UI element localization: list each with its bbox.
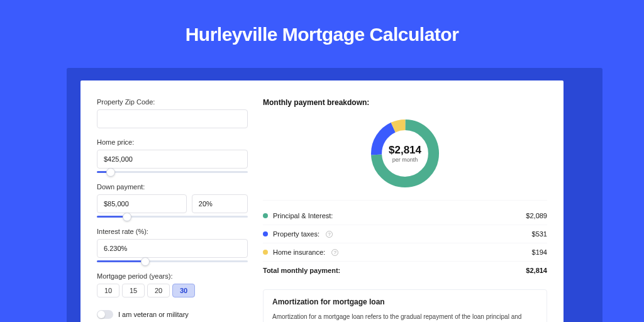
period-option-20[interactable]: 20	[147, 284, 170, 297]
veteran-toggle[interactable]	[97, 310, 113, 319]
zip-label: Property Zip Code:	[97, 98, 248, 106]
total-label: Total monthly payment:	[263, 267, 340, 274]
interest-slider[interactable]	[97, 260, 248, 262]
home-price-group: Home price:	[97, 138, 248, 173]
legend-item-principal: Principal & Interest: $2,089	[263, 207, 547, 225]
slider-thumb[interactable]	[106, 168, 115, 177]
interest-label: Interest rate (%):	[97, 228, 248, 235]
donut-per-label: per month	[392, 157, 418, 163]
period-group: Mortgage period (years): 10 15 20 30	[97, 272, 248, 297]
legend-label: Property taxes:	[273, 230, 319, 238]
amortization-title: Amortization for mortgage loan	[272, 297, 538, 306]
slider-thumb[interactable]	[123, 213, 131, 221]
toggle-knob	[97, 311, 105, 318]
legend-dot-icon	[263, 231, 268, 236]
home-price-slider[interactable]	[97, 171, 248, 173]
legend-label: Home insurance:	[273, 248, 325, 256]
donut-center: $2,814 per month	[367, 116, 443, 191]
inputs-column: Property Zip Code: Home price: Down paym…	[97, 98, 248, 322]
legend-label: Principal & Interest:	[273, 212, 333, 219]
legend-item-insurance: Home insurance: ? $194	[263, 243, 547, 262]
donut-wrap: $2,814 per month	[263, 113, 547, 201]
down-payment-label: Down payment:	[97, 183, 248, 191]
down-payment-input[interactable]	[97, 194, 187, 213]
down-payment-pct-input[interactable]	[192, 194, 248, 213]
amortization-box: Amortization for mortgage loan Amortizat…	[263, 289, 547, 322]
amortization-text: Amortization for a mortgage loan refers …	[272, 313, 538, 322]
breakdown-title: Monthly payment breakdown:	[263, 98, 547, 107]
interest-input[interactable]	[97, 239, 248, 258]
donut-amount: $2,814	[389, 144, 421, 157]
donut-chart: $2,814 per month	[367, 116, 443, 191]
veteran-label: I am veteran or military	[118, 311, 189, 318]
down-payment-group: Down payment:	[97, 183, 248, 218]
legend-value: $2,089	[526, 212, 547, 219]
zip-group: Property Zip Code:	[97, 98, 248, 128]
period-label: Mortgage period (years):	[97, 272, 248, 280]
legend-list: Principal & Interest: $2,089 Property ta…	[263, 207, 547, 279]
period-option-30[interactable]: 30	[172, 284, 195, 297]
breakdown-column: Monthly payment breakdown: $2,814 per mo…	[263, 98, 547, 322]
legend-item-taxes: Property taxes: ? $531	[263, 225, 547, 243]
veteran-row: I am veteran or military	[97, 310, 248, 319]
info-icon[interactable]: ?	[326, 231, 333, 238]
calculator-card: Property Zip Code: Home price: Down paym…	[80, 80, 564, 322]
down-payment-slider[interactable]	[97, 216, 248, 218]
legend-dot-icon	[263, 213, 268, 218]
home-price-label: Home price:	[97, 138, 248, 146]
legend-value: $194	[532, 248, 547, 256]
interest-group: Interest rate (%):	[97, 228, 248, 262]
period-options: 10 15 20 30	[97, 284, 248, 297]
period-option-10[interactable]: 10	[97, 284, 119, 297]
total-value: $2,814	[526, 267, 547, 274]
zip-input[interactable]	[97, 109, 248, 128]
slider-thumb[interactable]	[141, 257, 150, 266]
home-price-input[interactable]	[97, 150, 248, 169]
period-option-15[interactable]: 15	[122, 284, 145, 297]
info-icon[interactable]: ?	[331, 249, 338, 256]
legend-dot-icon	[263, 250, 268, 255]
legend-total-row: Total monthly payment: $2,814	[263, 262, 547, 279]
page-title: Hurleyville Mortgage Calculator	[0, 0, 644, 45]
legend-value: $531	[532, 230, 547, 238]
